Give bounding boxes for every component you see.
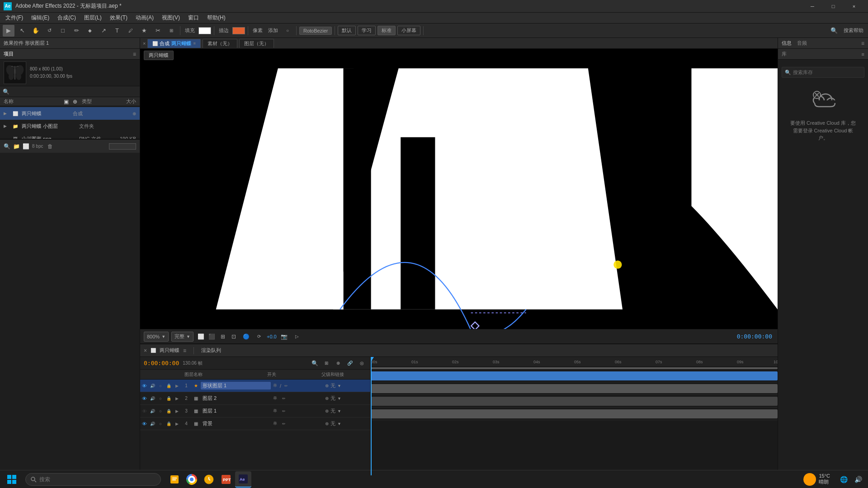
tool-circle[interactable]: ○ [282,25,293,37]
tool-diamond[interactable]: ◆ [84,25,96,37]
tool-hand[interactable]: ✋ [30,25,42,37]
menu-effects[interactable]: 效果(T) [106,13,131,23]
delete-icon[interactable]: 🗑 [47,143,53,150]
layer4-collapse[interactable]: ▶ [173,418,181,430]
taskbar-clock[interactable] [201,471,217,488]
menu-layer[interactable]: 图层(L) [80,13,105,23]
taskbar-ppt[interactable]: PPT [218,471,234,488]
taskbar-files[interactable] [166,471,183,488]
layer4-sw1[interactable]: 单 [271,420,279,428]
small-screen-toggle[interactable]: 小屏幕 [397,26,420,35]
layer1-audio[interactable]: 🔊 [148,380,156,392]
tool-pen[interactable]: ✏ [71,25,82,37]
viewer-area[interactable]: 两只蝴蝶 [140,49,778,329]
default-toggle[interactable]: 默认 [338,26,356,35]
right-search-input[interactable] [793,70,861,75]
layer1-sw2[interactable]: ✏ [282,382,290,390]
layer1-vis[interactable]: 👁 [140,380,148,392]
close-button[interactable]: × [844,0,864,13]
timeline-menu-icon[interactable]: ≡ [183,347,186,354]
quality-dropdown[interactable]: 完整 ▼ [171,332,193,342]
search-icon-bottom[interactable]: 🔍 [4,143,10,150]
project-search-input[interactable] [11,89,137,94]
layer3-name[interactable]: 图层 1 [201,408,271,414]
new-comp-icon[interactable]: ⬜ [23,143,29,150]
layer1-lock[interactable]: 🔒 [165,380,173,392]
taskbar-search-input[interactable] [39,476,130,483]
layer1-collapse[interactable]: ▶ [173,380,181,392]
tool-pen2[interactable]: 🖊 [125,25,137,37]
layer2-collapse[interactable]: ▶ [173,392,181,405]
comp-tab-main[interactable]: ⬜ 合成 两只蝴蝶 ≡ [147,39,200,48]
layer3-collapse[interactable]: ▶ [173,405,181,418]
camera-icon[interactable]: 📷 [279,332,289,342]
layer-row-1[interactable]: 👁 🔊 ○ 🔒 ▶ 1 ★ 形状图层 1 单 / [140,380,370,392]
menu-file[interactable]: 文件(F) [2,13,27,23]
layer2-sw1[interactable]: 单 [271,394,279,403]
layer3-solo[interactable]: ○ [156,405,165,418]
tl-search-icon[interactable]: 🔍 [310,358,320,368]
tray-volume[interactable]: 🔊 [852,473,864,486]
track-4[interactable] [371,408,778,420]
taskbar-search[interactable] [25,473,161,486]
tl-link-icon[interactable]: 🔗 [345,358,355,368]
toggle-icon[interactable]: ▷ [292,332,302,342]
layer3-lock[interactable]: 🔒 [165,405,173,418]
menu-help[interactable]: 帮助(H) [203,13,229,23]
layer1-name[interactable]: 形状图层 1 [201,382,271,389]
layer2-name[interactable]: 图层 2 [201,395,271,402]
layer2-audio[interactable]: 🔊 [148,392,156,405]
render-queue-label[interactable]: 渲染队列 [201,347,221,354]
close-timeline-icon[interactable]: × [144,347,147,354]
layer-row-3[interactable]: 👁 🔊 ○ 🔒 ▶ 3 ▦ 图层 1 单 ✏ [140,405,370,418]
layer3-parent-dropdown[interactable]: ▼ [337,409,341,413]
tool-arrow[interactable]: ↖ [16,25,28,37]
new-folder-icon[interactable]: 📁 [13,143,20,150]
layer4-sw2[interactable]: ✏ [280,420,288,428]
tl-snapping-icon[interactable]: ⊞ [321,358,331,368]
layer4-audio[interactable]: 🔊 [148,418,156,430]
comp-tab-footage[interactable]: 素材（无） [203,39,237,48]
menu-animation[interactable]: 动画(A) [132,13,157,23]
maximize-button[interactable]: □ [823,0,844,13]
layer2-vis[interactable]: 👁 [140,392,148,405]
layer4-vis[interactable]: 👁 [140,418,148,430]
layer1-parent-dropdown[interactable]: ▼ [337,384,341,388]
track-2[interactable] [371,382,778,395]
audio-tab[interactable]: 音频 [797,40,807,47]
layer1-sw1[interactable]: 单 [271,382,279,390]
layer1-solo[interactable]: ○ [156,380,165,392]
layer4-name[interactable]: 背景 [201,420,271,427]
track-1[interactable] [371,370,778,382]
zoom-dropdown[interactable]: 800% ▼ [144,332,169,342]
track-3[interactable] [371,395,778,408]
layer4-parent-dropdown[interactable]: ▼ [337,422,341,426]
taskbar-chrome[interactable] [184,471,200,488]
layer2-lock[interactable]: 🔒 [165,392,173,405]
tl-markers-icon[interactable]: ⊕ [333,358,343,368]
tl-solo-icon[interactable]: ◎ [357,358,367,368]
layer3-sw1[interactable]: 单 [271,407,279,415]
menu-window[interactable]: 窗口 [184,13,203,23]
fill-color-box[interactable] [198,27,211,34]
tray-network[interactable]: 🌐 [837,473,850,486]
rotobezier-toggle[interactable]: RotoBezier [299,27,332,35]
taskbar-ae[interactable]: Ae [235,471,251,488]
start-button[interactable] [4,471,20,488]
toggle-alpha-icon[interactable]: ⬜ [196,332,206,342]
info-tab[interactable]: 信息 [782,40,792,47]
layer3-sw2[interactable]: ✏ [280,407,288,415]
close-viewer-icon[interactable]: × [143,41,146,46]
tool-select[interactable]: ▶ [3,25,14,37]
stroke-color-box[interactable] [232,27,245,34]
tool-star[interactable]: ★ [138,25,150,37]
right-panel-menu[interactable]: ≡ [861,40,864,47]
menu-view[interactable]: 视图(V) [158,13,184,23]
layer4-lock[interactable]: 🔒 [165,418,173,430]
comp-tab-layer[interactable]: 图层（无） [239,39,274,48]
layer3-audio[interactable]: 🔊 [148,405,156,418]
layer2-solo[interactable]: ○ [156,392,165,405]
tool-text[interactable]: T [111,25,123,37]
layer4-solo[interactable]: ○ [156,418,165,430]
toggle-guides-icon[interactable]: ⊡ [229,332,239,342]
